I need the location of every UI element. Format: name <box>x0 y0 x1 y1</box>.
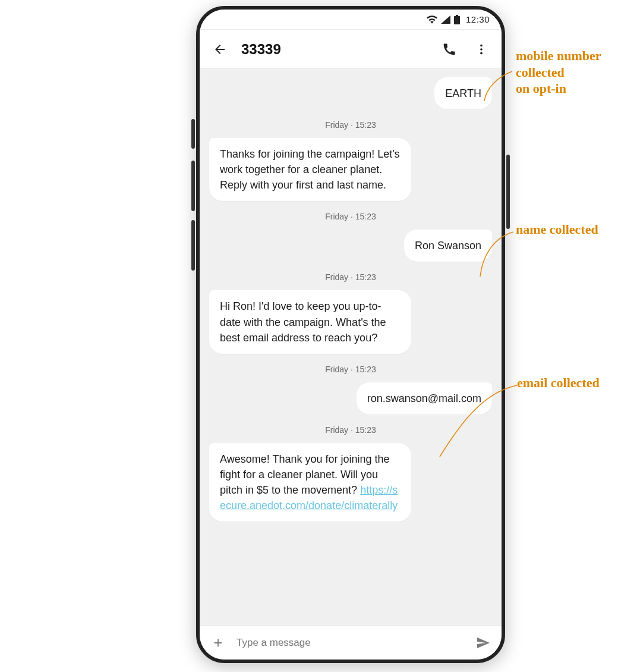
svg-point-2 <box>480 52 483 54</box>
status-bar: 12:30 <box>200 10 502 30</box>
message-bubble[interactable]: EARTH <box>434 77 492 109</box>
annotation-email: email collected <box>517 375 600 391</box>
svg-point-1 <box>480 48 483 51</box>
message-outgoing: Ron Swanson <box>209 230 492 262</box>
message-thread[interactable]: EARTH Friday · 15:23 Thanks for joining … <box>200 69 502 625</box>
phone-side-button <box>191 220 195 271</box>
timestamp: Friday · 15:23 <box>209 120 492 130</box>
conversation-header: 33339 <box>200 30 502 69</box>
svg-point-0 <box>480 44 483 46</box>
more-options-button[interactable] <box>471 39 492 60</box>
cell-signal-icon <box>441 15 450 24</box>
send-button[interactable] <box>473 633 493 653</box>
message-incoming: Thanks for joining the campaign! Let's w… <box>209 138 492 201</box>
message-outgoing: ron.swanson@mail.com <box>209 382 492 414</box>
timestamp: Friday · 15:23 <box>209 365 492 374</box>
message-incoming: Awesome! Thank you for joining the fight… <box>209 443 492 522</box>
phone-side-button <box>191 119 195 149</box>
timestamp: Friday · 15:23 <box>209 425 492 435</box>
message-bubble[interactable]: Thanks for joining the campaign! Let's w… <box>209 138 411 201</box>
message-incoming: Hi Ron! I'd love to keep you up-to-date … <box>209 290 492 353</box>
message-input[interactable] <box>237 637 465 649</box>
message-outgoing: EARTH <box>209 77 492 109</box>
timestamp: Friday · 15:23 <box>209 212 492 221</box>
message-bubble[interactable]: Awesome! Thank you for joining the fight… <box>209 443 411 522</box>
annotation-text: mobile number <box>516 48 601 64</box>
annotation-optin: mobile number collected on opt-in <box>516 48 601 97</box>
battery-icon <box>454 15 460 24</box>
message-bubble[interactable]: Hi Ron! I'd love to keep you up-to-date … <box>209 290 411 353</box>
message-bubble[interactable]: ron.swanson@mail.com <box>357 382 492 414</box>
phone-frame: 12:30 33339 EARTH Friday <box>196 6 505 663</box>
annotation-text: email collected <box>517 375 600 391</box>
call-button[interactable] <box>439 39 460 60</box>
annotation-text: on opt-in <box>516 80 601 97</box>
annotation-text: name collected <box>516 221 598 238</box>
annotation-name: name collected <box>516 221 598 238</box>
timestamp: Friday · 15:23 <box>209 272 492 282</box>
wifi-icon <box>427 15 437 24</box>
phone-side-button <box>191 161 195 211</box>
annotation-text: collected <box>516 64 601 81</box>
phone-side-button <box>506 155 510 229</box>
status-time: 12:30 <box>466 14 490 24</box>
composer <box>200 625 502 660</box>
message-bubble[interactable]: Ron Swanson <box>404 230 492 262</box>
attach-button[interactable] <box>208 633 228 653</box>
conversation-title: 33339 <box>241 41 428 58</box>
back-button[interactable] <box>209 39 231 60</box>
phone-screen: 12:30 33339 EARTH Friday <box>200 10 502 660</box>
